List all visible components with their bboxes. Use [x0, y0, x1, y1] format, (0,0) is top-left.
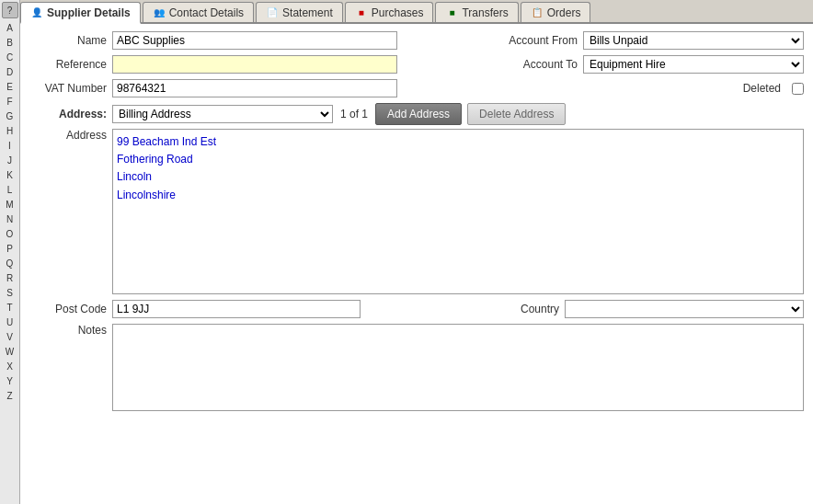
alpha-btn-l[interactable]: L — [2, 182, 18, 197]
address-box: 99 Beacham Ind Est Fothering Road Lincol… — [112, 129, 804, 294]
reference-row: Reference Account To Equipment Hire — [29, 55, 804, 74]
tab-statement-label: Statement — [282, 6, 333, 19]
account-from-select[interactable]: Bills Unpaid — [583, 31, 804, 50]
tab-contact-details[interactable]: 👥 Contact Details — [143, 2, 254, 22]
address-type-select[interactable]: Billing Address — [112, 105, 333, 123]
address-line-3: Lincoln — [117, 168, 799, 186]
country-select[interactable] — [565, 300, 804, 318]
alpha-btn-v[interactable]: V — [2, 329, 18, 344]
address-header-row: Address: Billing Address 1 of 1 Add Addr… — [29, 103, 804, 125]
address-field-label: Address — [29, 129, 112, 142]
add-address-button[interactable]: Add Address — [375, 103, 462, 125]
tab-supplier-details[interactable]: 👤 Supplier Details — [20, 2, 141, 24]
country-label: Country — [510, 303, 565, 315]
tab-contact-details-label: Contact Details — [169, 6, 244, 19]
address-line-4: Lincolnshire — [117, 187, 799, 204]
alpha-btn-o[interactable]: O — [2, 226, 18, 241]
alpha-btn-b[interactable]: B — [2, 35, 18, 50]
notes-textarea[interactable] — [112, 324, 804, 411]
account-to-select[interactable]: Equipment Hire — [583, 55, 804, 74]
alpha-btn-g[interactable]: G — [2, 109, 18, 123]
alpha-btn-n[interactable]: N — [2, 212, 18, 226]
address-content-row: Address 99 Beacham Ind Est Fothering Roa… — [29, 129, 804, 294]
name-row: Name Account From Bills Unpaid — [29, 31, 804, 50]
tab-statement[interactable]: 📄 Statement — [256, 2, 343, 22]
reference-input[interactable] — [112, 55, 397, 74]
notes-row: Notes — [29, 324, 804, 411]
tab-orders-icon: 📋 — [531, 6, 544, 19]
delete-address-button[interactable]: Delete Address — [467, 103, 566, 125]
vat-number-input[interactable] — [112, 79, 397, 97]
help-button[interactable]: ? — [2, 2, 18, 18]
account-from-label: Account From — [500, 34, 583, 47]
content-area: Name Account From Bills Unpaid Reference… — [20, 24, 813, 504]
tab-purchases-label: Purchases — [372, 6, 424, 19]
tab-transfers-label: Transfers — [462, 6, 508, 19]
alpha-btn-e[interactable]: E — [2, 79, 18, 94]
alpha-btn-m[interactable]: M — [2, 197, 18, 212]
alpha-btn-f[interactable]: F — [2, 94, 18, 109]
alpha-btn-w[interactable]: W — [2, 344, 18, 359]
alpha-btn-c[interactable]: C — [2, 50, 18, 64]
tab-supplier-details-label: Supplier Details — [47, 6, 131, 19]
tab-statement-icon: 📄 — [266, 6, 279, 19]
alpha-btn-j[interactable]: J — [2, 153, 18, 167]
alpha-btn-d[interactable]: D — [2, 64, 18, 79]
tab-transfers[interactable]: ■ Transfers — [435, 2, 518, 22]
tab-transfers-icon: ■ — [445, 6, 458, 19]
alpha-btn-t[interactable]: T — [2, 300, 18, 315]
tab-bar: 👤 Supplier Details 👥 Contact Details 📄 S… — [20, 0, 813, 24]
tab-orders-label: Orders — [547, 6, 581, 19]
postcode-label: Post Code — [29, 303, 112, 315]
alpha-btn-z[interactable]: Z — [2, 388, 18, 403]
reference-label: Reference — [29, 58, 112, 71]
address-line-2: Fothering Road — [117, 151, 799, 168]
alpha-sidebar: ? ABCDEFGHIJKLMNOPQRSTUVWXYZ — [0, 0, 20, 504]
alpha-btn-u[interactable]: U — [2, 315, 18, 329]
tab-purchases-icon: ■ — [355, 6, 368, 19]
alpha-btn-s[interactable]: S — [2, 285, 18, 300]
alpha-btn-y[interactable]: Y — [2, 373, 18, 388]
tab-contact-details-icon: 👥 — [153, 6, 166, 19]
alpha-btn-x[interactable]: X — [2, 359, 18, 373]
address-label: Address: — [29, 108, 112, 120]
tab-orders[interactable]: 📋 Orders — [521, 2, 591, 22]
notes-label: Notes — [29, 324, 112, 337]
alpha-btn-r[interactable]: R — [2, 270, 18, 285]
name-label: Name — [29, 34, 112, 47]
alpha-btn-i[interactable]: I — [2, 138, 18, 153]
alpha-btn-a[interactable]: A — [2, 20, 18, 35]
name-input[interactable] — [112, 31, 397, 50]
deleted-checkbox[interactable] — [792, 83, 804, 95]
vat-number-label: VAT Number — [29, 82, 112, 95]
vat-row: VAT Number Deleted — [29, 79, 804, 97]
alpha-btn-q[interactable]: Q — [2, 256, 18, 270]
main-area: 👤 Supplier Details 👥 Contact Details 📄 S… — [20, 0, 813, 504]
tab-supplier-details-icon: 👤 — [30, 6, 43, 19]
address-counter: 1 of 1 — [340, 108, 368, 120]
alpha-btn-p[interactable]: P — [2, 241, 18, 256]
tab-purchases[interactable]: ■ Purchases — [345, 2, 434, 22]
postcode-input[interactable] — [112, 300, 361, 318]
postcode-row: Post Code Country — [29, 300, 804, 318]
alpha-btn-h[interactable]: H — [2, 123, 18, 138]
account-to-label: Account To — [500, 58, 583, 71]
deleted-label: Deleted — [722, 82, 786, 95]
address-line-1: 99 Beacham Ind Est — [117, 133, 799, 151]
alpha-btn-k[interactable]: K — [2, 167, 18, 182]
